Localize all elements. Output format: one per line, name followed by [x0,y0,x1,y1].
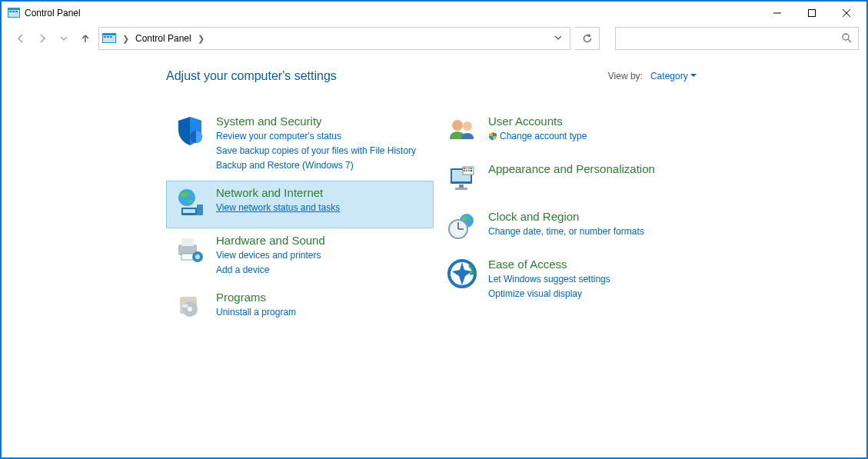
category-link[interactable]: Backup and Restore (Windows 7) [216,158,416,172]
category-title[interactable]: User Accounts [488,115,587,128]
svg-point-30 [452,120,463,131]
search-field[interactable] [622,33,737,44]
svg-rect-20 [197,205,203,215]
svg-rect-11 [104,36,106,38]
category-title[interactable]: Programs [216,291,296,304]
back-button[interactable] [12,30,29,47]
categories-left-column: System and Security Review your computer… [166,109,434,333]
category-ease-of-access[interactable]: Ease of Access Let Windows suggest setti… [438,252,706,309]
search-icon[interactable] [841,32,852,45]
svg-point-28 [188,307,192,311]
category-title[interactable]: Network and Internet [216,186,340,200]
svg-rect-35 [455,188,467,190]
address-bar[interactable]: ❯ Control Panel ❯ [98,27,570,50]
categories-right-column: User Accounts Change account type Appear… [438,109,706,333]
page-heading: Adjust your computer's settings [166,69,337,83]
category-system-security[interactable]: System and Security Review your computer… [166,109,434,181]
control-panel-icon [102,32,116,45]
category-link[interactable]: Save backup copies of your files with Fi… [216,144,416,158]
category-link[interactable]: Let Windows suggest settings [488,272,610,286]
svg-point-31 [463,121,472,131]
category-link[interactable]: Review your computer's status [216,129,416,143]
svg-rect-19 [183,209,195,213]
svg-point-14 [843,34,849,40]
minimize-button[interactable] [760,2,794,24]
content-area: Adjust your computer's settings View by:… [2,55,866,457]
category-title[interactable]: Hardware and Sound [216,234,325,248]
view-by-control: View by: Category [608,71,697,81]
close-button[interactable] [829,2,863,24]
category-title[interactable]: Appearance and Personalization [488,162,655,176]
svg-rect-22 [181,238,194,246]
svg-point-17 [178,189,195,206]
category-link[interactable]: Change date, time, or number formats [488,225,644,238]
svg-rect-40 [471,168,472,169]
chevron-right-icon[interactable]: ❯ [121,34,131,44]
window-title: Control Panel [25,8,81,18]
chevron-right-icon[interactable]: ❯ [196,34,206,44]
category-programs[interactable]: Programs Uninstall a program [166,285,434,333]
forward-button[interactable] [34,30,51,47]
svg-rect-39 [468,168,470,169]
svg-rect-4 [15,11,18,12]
category-appearance-personalization[interactable]: Appearance and Personalization [438,157,706,205]
control-panel-icon [8,7,20,19]
control-panel-window: Control Panel ❯ Control Panel ❯ [0,0,868,459]
svg-rect-12 [107,36,109,38]
svg-rect-6 [808,10,815,17]
clock-globe-icon [444,210,481,244]
category-link[interactable]: Change account type [488,129,587,143]
svg-rect-13 [110,36,112,38]
svg-rect-37 [464,168,465,169]
category-link[interactable]: View network status and tasks [216,201,340,215]
svg-rect-38 [466,168,467,169]
svg-rect-2 [9,11,12,12]
category-title[interactable]: Ease of Access [488,258,610,271]
svg-rect-44 [471,170,472,171]
svg-rect-3 [12,11,15,12]
titlebar: Control Panel [2,2,866,25]
category-link[interactable]: Optimize visual display [488,287,610,301]
category-link[interactable]: Add a device [216,263,325,277]
search-input[interactable] [615,27,859,50]
view-by-label: View by: [608,71,643,81]
category-title[interactable]: System and Security [216,115,416,128]
ease-of-access-icon [444,258,481,291]
svg-rect-43 [468,170,470,171]
globe-network-icon [171,186,208,220]
programs-icon [171,291,208,324]
monitor-appearance-icon [444,162,481,196]
view-by-dropdown[interactable]: Category [650,71,697,81]
recent-locations-dropdown[interactable] [55,30,72,47]
svg-rect-34 [459,185,464,188]
category-user-accounts[interactable]: User Accounts Change account type [438,109,706,157]
breadcrumb-root[interactable]: Control Panel [135,33,191,44]
svg-point-29 [182,304,188,308]
category-network-internet[interactable]: Network and Internet View network status… [166,181,434,228]
category-link[interactable]: View devices and printers [216,248,325,262]
printer-icon [171,234,208,268]
shield-icon [171,115,208,148]
category-clock-region[interactable]: Clock and Region Change date, time, or n… [438,205,706,252]
category-hardware-sound[interactable]: Hardware and Sound View devices and prin… [166,228,434,285]
users-icon [444,115,481,148]
refresh-button[interactable] [575,27,600,50]
svg-line-15 [848,39,851,42]
maximize-button[interactable] [794,2,829,24]
category-title[interactable]: Clock and Region [488,210,644,224]
address-history-dropdown[interactable] [550,33,567,44]
svg-point-25 [195,254,200,259]
svg-rect-23 [181,254,194,260]
uac-shield-icon [488,131,497,141]
svg-rect-42 [466,170,467,171]
category-link[interactable]: Uninstall a program [216,305,296,319]
up-button[interactable] [77,30,94,47]
svg-rect-41 [464,170,465,171]
nav-toolbar: ❯ Control Panel ❯ [2,25,866,55]
